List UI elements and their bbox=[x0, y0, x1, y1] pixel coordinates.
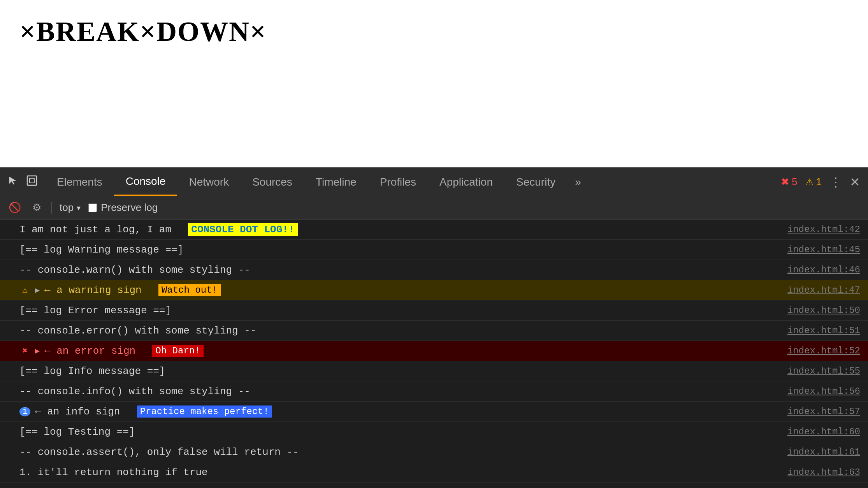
inspect-icon[interactable] bbox=[26, 175, 37, 189]
console-row: -- console.warn() with some styling -- i… bbox=[0, 260, 868, 280]
context-dropdown-icon: ▾ bbox=[77, 203, 81, 212]
console-row: 1. it'll return nothing if true index.ht… bbox=[0, 462, 868, 483]
console-row: [== log Info message ==] index.html:55 bbox=[0, 361, 868, 381]
error-row-icon: ✖ bbox=[19, 346, 30, 356]
tab-application[interactable]: Application bbox=[428, 168, 504, 196]
console-highlight: Practice makes perfect! bbox=[137, 405, 272, 418]
console-row: 2. it'll return the message if false ind… bbox=[0, 483, 868, 488]
filter-button[interactable]: ⚙ bbox=[30, 201, 44, 215]
context-selector[interactable]: top ▾ bbox=[60, 202, 81, 214]
file-link[interactable]: index.html:61 bbox=[787, 447, 860, 457]
console-row-left: I am not just a log, I am CONSOLE DOT LO… bbox=[19, 223, 780, 236]
page-content: ×BREAK×DOWN× bbox=[0, 0, 868, 167]
more-options-button[interactable]: ⋮ bbox=[829, 175, 842, 190]
file-link[interactable]: index.html:57 bbox=[787, 406, 860, 417]
page-title: ×BREAK×DOWN× bbox=[19, 16, 849, 48]
expand-button[interactable]: ▶ bbox=[35, 285, 40, 295]
tab-timeline[interactable]: Timeline bbox=[304, 168, 368, 196]
error-icon: ✖ bbox=[781, 176, 789, 188]
file-link[interactable]: index.html:52 bbox=[787, 346, 860, 356]
console-row-warning: ⚠ ▶ ← a warning sign Watch out! index.ht… bbox=[0, 280, 868, 300]
tab-elements[interactable]: Elements bbox=[45, 168, 114, 196]
file-link[interactable]: index.html:42 bbox=[787, 224, 860, 235]
file-link[interactable]: index.html:55 bbox=[787, 366, 860, 376]
toolbar-separator bbox=[51, 202, 52, 214]
file-link[interactable]: index.html:56 bbox=[787, 386, 860, 397]
warning-row-icon: ⚠ bbox=[19, 285, 30, 295]
file-link[interactable]: index.html:60 bbox=[787, 427, 860, 437]
preserve-log-checkbox[interactable] bbox=[88, 204, 97, 212]
console-highlight: Oh Darn! bbox=[152, 345, 203, 357]
clear-console-button[interactable]: 🚫 bbox=[8, 201, 22, 215]
console-row: I am not just a log, I am CONSOLE DOT LO… bbox=[0, 219, 868, 240]
warning-icon: ⚠ bbox=[805, 177, 814, 188]
preserve-log-toggle[interactable]: Preserve log bbox=[88, 202, 158, 214]
console-row-error: ✖ ▶ ← an error sign Oh Darn! index.html:… bbox=[0, 341, 868, 361]
console-row: [== log Error message ==] index.html:50 bbox=[0, 300, 868, 321]
tab-network[interactable]: Network bbox=[177, 168, 241, 196]
console-output: I am not just a log, I am CONSOLE DOT LO… bbox=[0, 219, 868, 488]
file-link[interactable]: index.html:50 bbox=[787, 305, 860, 316]
tabs-overflow-button[interactable]: » bbox=[567, 176, 589, 188]
console-row: -- console.info() with some styling -- i… bbox=[0, 381, 868, 402]
cursor-icon[interactable] bbox=[8, 175, 19, 189]
close-devtools-button[interactable]: ✕ bbox=[850, 175, 860, 190]
devtools-tab-bar: Elements Console Network Sources Timelin… bbox=[0, 168, 868, 196]
tab-console[interactable]: Console bbox=[114, 168, 177, 196]
console-toolbar: 🚫 ⚙ top ▾ Preserve log bbox=[0, 196, 868, 219]
file-link[interactable]: index.html:47 bbox=[787, 285, 860, 295]
svg-rect-0 bbox=[27, 176, 37, 185]
error-badge: ✖ 5 bbox=[781, 176, 797, 188]
expand-button[interactable]: ▶ bbox=[35, 346, 40, 356]
file-link[interactable]: index.html:63 bbox=[787, 467, 860, 477]
console-highlight: CONSOLE DOT LOG!! bbox=[188, 223, 297, 236]
devtools-panel: Elements Console Network Sources Timelin… bbox=[0, 167, 868, 488]
tab-profiles[interactable]: Profiles bbox=[368, 168, 428, 196]
warning-badge: ⚠ 1 bbox=[805, 176, 822, 188]
console-row-info: i ← an info sign Practice makes perfect!… bbox=[0, 402, 868, 422]
tab-sources[interactable]: Sources bbox=[241, 168, 304, 196]
console-highlight: Watch out! bbox=[158, 284, 221, 296]
tab-controls: ✖ 5 ⚠ 1 ⋮ ✕ bbox=[781, 175, 860, 190]
console-row: -- console.error() with some styling -- … bbox=[0, 321, 868, 341]
svg-rect-1 bbox=[30, 178, 34, 183]
console-row: -- console.assert(), only false will ret… bbox=[0, 442, 868, 462]
file-link[interactable]: index.html:45 bbox=[787, 244, 860, 255]
console-row: [== log Testing ==] index.html:60 bbox=[0, 422, 868, 442]
file-link[interactable]: index.html:51 bbox=[787, 325, 860, 336]
info-row-icon: i bbox=[19, 407, 30, 416]
file-link[interactable]: index.html:46 bbox=[787, 265, 860, 275]
tab-security[interactable]: Security bbox=[504, 168, 567, 196]
console-row: [== log Warning message ==] index.html:4… bbox=[0, 240, 868, 260]
